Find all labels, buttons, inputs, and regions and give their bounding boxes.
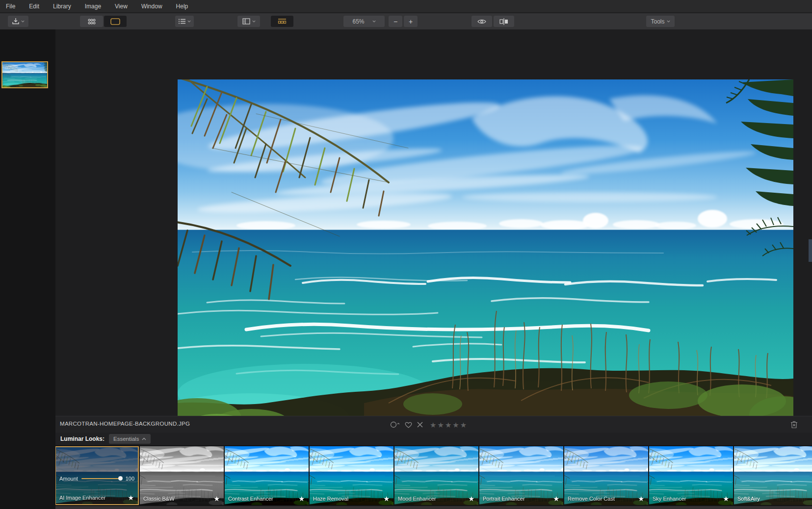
- single-view-icon: [110, 18, 120, 25]
- menu-window[interactable]: Window: [134, 0, 169, 13]
- look-tile-remove-color-cast[interactable]: Remove Color Cast ★: [564, 446, 648, 505]
- toolbar: 65% − + Tools: [0, 13, 812, 29]
- filmstrip-side-panel: [0, 29, 55, 509]
- star-icon[interactable]: ★: [452, 421, 459, 429]
- filmstrip-icon: [278, 18, 287, 25]
- side-panel-icon: [242, 18, 250, 25]
- look-tile-haze-removal[interactable]: Haze Removal ★: [310, 446, 393, 505]
- looks-collection-value: Essentials: [113, 436, 139, 442]
- look-label: AI Image Enhancer: [59, 495, 105, 501]
- look-label: Mood Enhancer: [398, 496, 436, 502]
- look-tile-soft-airy[interactable]: Soft&Airy: [734, 446, 812, 505]
- looks-filmstrip: Amount 100 AI Image Enhancer ★ Classic B…: [55, 445, 812, 506]
- zoom-out-button[interactable]: −: [389, 16, 402, 27]
- plus-icon: +: [409, 18, 413, 25]
- grid-view-button[interactable]: [80, 16, 103, 27]
- star-rating[interactable]: ★ ★ ★ ★ ★: [430, 421, 467, 429]
- menu-bar: File Edit Library Image View Window Help: [0, 0, 812, 13]
- chevron-down-icon: [21, 20, 25, 23]
- reject-x-button[interactable]: [417, 422, 423, 428]
- luminar-window: File Edit Library Image View Window Help: [0, 0, 812, 509]
- look-favorite-star-icon[interactable]: ★: [213, 495, 220, 503]
- chevron-down-icon: [187, 20, 191, 23]
- look-label: Remove Color Cast: [568, 496, 615, 502]
- color-label-button[interactable]: [390, 421, 400, 428]
- delete-button[interactable]: [790, 420, 798, 431]
- amount-value: 100: [126, 476, 134, 482]
- look-tile-mood-enhancer[interactable]: Mood Enhancer ★: [394, 446, 478, 505]
- look-tile-ai-image-enhancer[interactable]: Amount 100 AI Image Enhancer ★: [55, 446, 139, 505]
- trash-icon: [790, 420, 798, 429]
- chevron-down-icon: [372, 20, 376, 23]
- image-thumbnail-selected[interactable]: [1, 61, 48, 88]
- zoom-level-value: 65%: [352, 18, 364, 25]
- star-icon[interactable]: ★: [445, 421, 451, 429]
- amount-slider-knob[interactable]: [118, 476, 123, 481]
- list-icon: [179, 19, 185, 24]
- main-canvas: [55, 29, 812, 416]
- right-panel-handle[interactable]: [809, 239, 812, 262]
- amount-slider[interactable]: [81, 478, 122, 479]
- filmstrip-scrollbar[interactable]: [55, 506, 812, 509]
- menu-help[interactable]: Help: [169, 0, 195, 13]
- looks-title: Luminar Looks:: [60, 435, 105, 442]
- filename-label: MARCOTRAN-HOMEPAGE-BACKGROUND.JPG: [60, 421, 190, 427]
- look-tile-sky-enhancer[interactable]: Sky Enhancer ★: [649, 446, 733, 505]
- sort-list-button[interactable]: [175, 16, 194, 27]
- look-favorite-star-icon[interactable]: ★: [468, 495, 474, 503]
- minus-icon: −: [393, 18, 397, 25]
- menu-file[interactable]: File: [0, 0, 22, 13]
- look-favorite-star-icon[interactable]: ★: [553, 495, 559, 503]
- chevron-down-icon: [252, 20, 256, 23]
- star-icon[interactable]: ★: [460, 421, 467, 429]
- menu-edit[interactable]: Edit: [22, 0, 46, 13]
- side-panel-toggle-button[interactable]: [237, 16, 260, 27]
- look-label: Sky Enhancer: [653, 496, 686, 502]
- compare-before-after-icon: [499, 18, 508, 25]
- look-label: Portrait Enhancer: [483, 496, 525, 502]
- look-label: Classic B&W: [143, 496, 175, 502]
- star-icon[interactable]: ★: [430, 421, 436, 429]
- star-icon[interactable]: ★: [437, 421, 444, 429]
- look-favorite-star-icon[interactable]: ★: [383, 495, 390, 503]
- rating-group: ★ ★ ★ ★ ★: [390, 416, 467, 433]
- info-bar: MARCOTRAN-HOMEPAGE-BACKGROUND.JPG ★: [55, 416, 812, 433]
- look-tile-classic-bw[interactable]: Classic B&W ★: [140, 446, 224, 505]
- look-amount-slider-row: Amount 100: [59, 476, 134, 482]
- chevron-up-icon: [142, 437, 146, 440]
- export-icon: [12, 18, 19, 25]
- quick-preview-button[interactable]: [471, 16, 492, 27]
- zoom-in-button[interactable]: +: [404, 16, 418, 27]
- eye-icon: [477, 19, 486, 25]
- compare-button[interactable]: [494, 16, 514, 27]
- look-favorite-star-icon[interactable]: ★: [723, 495, 729, 503]
- filmstrip-toggle-button[interactable]: [271, 16, 293, 27]
- look-favorite-star-icon[interactable]: ★: [298, 495, 305, 503]
- ocean-photo: [178, 79, 793, 427]
- look-label: Haze Removal: [313, 496, 348, 502]
- look-favorite-star-icon[interactable]: ★: [128, 494, 134, 502]
- look-tile-contrast-enhancer[interactable]: Contrast Enhancer ★: [225, 446, 309, 505]
- look-label: Soft&Airy: [737, 496, 760, 502]
- thumbnail-photo: [2, 62, 47, 87]
- grid-view-icon: [88, 19, 96, 25]
- export-button[interactable]: [8, 16, 28, 27]
- looks-collection-dropdown[interactable]: Essentials: [109, 434, 151, 444]
- look-tile-portrait-enhancer[interactable]: Portrait Enhancer ★: [479, 446, 563, 505]
- tools-dropdown[interactable]: Tools: [646, 16, 675, 27]
- menu-view[interactable]: View: [108, 0, 134, 13]
- main-photo: [178, 79, 793, 427]
- menu-image[interactable]: Image: [78, 0, 108, 13]
- zoom-level-dropdown[interactable]: 65%: [343, 16, 385, 27]
- menu-library[interactable]: Library: [46, 0, 78, 13]
- tools-label: Tools: [651, 18, 664, 25]
- look-favorite-star-icon[interactable]: ★: [638, 495, 644, 503]
- chevron-down-icon: [667, 20, 670, 23]
- look-label: Contrast Enhancer: [228, 496, 273, 502]
- single-view-button[interactable]: [104, 16, 127, 27]
- favorite-heart-button[interactable]: [405, 422, 412, 428]
- amount-label: Amount: [59, 476, 78, 482]
- looks-bar: Luminar Looks: Essentials: [55, 433, 812, 445]
